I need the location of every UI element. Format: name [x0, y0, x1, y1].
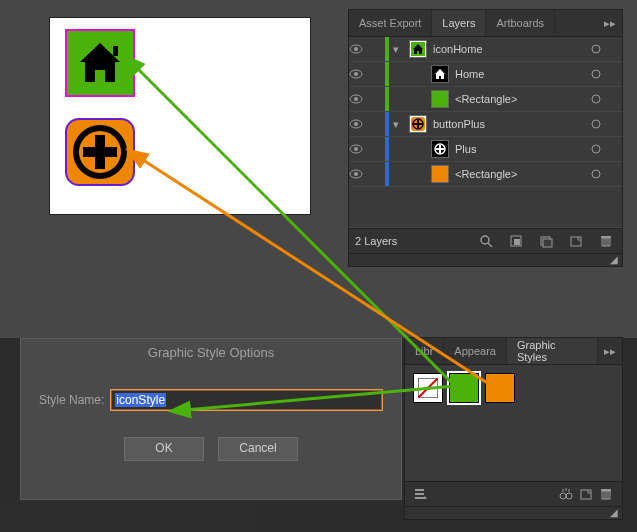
art-iconPlus[interactable] [67, 120, 133, 184]
target-icon[interactable] [590, 93, 612, 105]
styles-swatch-list [405, 365, 622, 481]
ok-button[interactable]: OK [124, 437, 204, 461]
dialog-title: Graphic Style Options [21, 339, 401, 367]
svg-rect-52 [581, 490, 591, 499]
target-icon[interactable] [590, 143, 612, 155]
style-swatch-green[interactable] [449, 373, 479, 403]
visibility-toggle[interactable] [349, 94, 371, 104]
layer-thumbnail[interactable] [431, 165, 449, 183]
layer-row[interactable]: ▾buttonPlus [349, 112, 622, 137]
disclosure-arrow-icon[interactable]: ▾ [389, 43, 403, 56]
layer-thumbnail[interactable] [431, 140, 449, 158]
layer-row[interactable]: <Rectangle> [349, 87, 622, 112]
layer-row[interactable]: Plus [349, 137, 622, 162]
target-icon[interactable] [590, 168, 612, 180]
svg-rect-41 [601, 236, 611, 238]
style-swatch-orange[interactable] [485, 373, 515, 403]
disclosure-arrow-icon[interactable]: ▾ [389, 118, 403, 131]
panel-flyout-icon[interactable]: ▸▸ [598, 17, 622, 30]
svg-point-26 [592, 145, 600, 153]
tab-artboards[interactable]: Artboards [486, 10, 555, 36]
svg-point-48 [566, 493, 572, 499]
svg-point-10 [592, 70, 600, 78]
svg-rect-25 [436, 148, 444, 150]
styles-footer [405, 481, 622, 506]
svg-rect-45 [415, 493, 424, 495]
svg-rect-35 [543, 239, 552, 247]
layer-thumbnail[interactable] [431, 90, 449, 108]
tab-libraries[interactable]: Libr [405, 338, 444, 364]
styles-panel-tabs: Libr Appeara Graphic Styles ▸▸ [405, 338, 622, 365]
delete-layer-icon[interactable] [596, 231, 616, 251]
artboard [50, 18, 310, 214]
svg-point-7 [592, 45, 600, 53]
svg-rect-44 [415, 489, 424, 491]
layer-thumbnail[interactable] [409, 115, 427, 133]
layer-row[interactable]: Home [349, 62, 622, 87]
svg-rect-42 [418, 378, 438, 398]
svg-point-28 [354, 172, 358, 176]
visibility-toggle[interactable] [349, 69, 371, 79]
layers-panel: Asset Export Layers Artboards ▸▸ ▾iconHo… [349, 10, 622, 266]
style-name-input[interactable]: iconStyle [110, 389, 383, 411]
break-link-icon[interactable] [556, 484, 576, 504]
tab-asset-export[interactable]: Asset Export [349, 10, 432, 36]
target-icon[interactable] [590, 118, 612, 130]
svg-rect-19 [414, 123, 422, 125]
make-clip-icon[interactable] [506, 231, 526, 251]
layer-label[interactable]: <Rectangle> [455, 93, 590, 105]
layers-count: 2 Layers [355, 235, 397, 247]
svg-rect-57 [601, 489, 611, 491]
layers-empty-area[interactable] [349, 187, 622, 228]
layer-row[interactable]: <Rectangle> [349, 162, 622, 187]
tab-appearance[interactable]: Appeara [444, 338, 507, 364]
cancel-button[interactable]: Cancel [218, 437, 298, 461]
target-icon[interactable] [590, 43, 612, 55]
visibility-toggle[interactable] [349, 119, 371, 129]
graphic-style-options-dialog: Graphic Style Options Style Name: iconSt… [20, 338, 402, 500]
style-swatch-default[interactable] [413, 373, 443, 403]
tab-graphic-styles[interactable]: Graphic Styles [507, 338, 598, 364]
layer-row[interactable]: ▾iconHome [349, 37, 622, 62]
graphic-styles-panel: Libr Appeara Graphic Styles ▸▸ ◢ [405, 338, 622, 519]
visibility-toggle[interactable] [349, 169, 371, 179]
layers-footer: 2 Layers [349, 228, 622, 253]
svg-point-47 [560, 493, 566, 499]
svg-rect-33 [514, 239, 520, 245]
art-iconHome[interactable] [67, 31, 133, 95]
layer-thumbnail[interactable] [431, 65, 449, 83]
layer-label[interactable]: Plus [455, 143, 590, 155]
layer-label[interactable]: <Rectangle> [455, 168, 590, 180]
svg-point-5 [354, 47, 358, 51]
delete-style-icon[interactable] [596, 484, 616, 504]
new-sublayer-icon[interactable] [536, 231, 556, 251]
layer-label[interactable]: Home [455, 68, 590, 80]
new-style-icon[interactable] [576, 484, 596, 504]
svg-line-31 [488, 243, 492, 247]
visibility-toggle[interactable] [349, 144, 371, 154]
styles-menu-icon[interactable] [411, 484, 431, 504]
visibility-toggle[interactable] [349, 44, 371, 54]
target-icon[interactable] [590, 68, 612, 80]
styles-resize-handle[interactable]: ◢ [405, 506, 622, 519]
tab-layers[interactable]: Layers [432, 10, 486, 36]
style-name-label: Style Name: [39, 393, 104, 407]
layer-label[interactable]: buttonPlus [433, 118, 590, 130]
svg-rect-36 [571, 237, 581, 246]
layers-list: ▾iconHomeHome<Rectangle>▾buttonPlusPlus<… [349, 37, 622, 187]
new-layer-icon[interactable] [566, 231, 586, 251]
style-name-value: iconStyle [115, 393, 166, 407]
locate-object-icon[interactable] [476, 231, 496, 251]
panel-resize-handle[interactable]: ◢ [349, 253, 622, 266]
svg-rect-0 [113, 46, 118, 56]
svg-rect-3 [83, 147, 117, 157]
svg-point-12 [354, 97, 358, 101]
svg-point-15 [354, 122, 358, 126]
svg-point-29 [592, 170, 600, 178]
svg-point-9 [354, 72, 358, 76]
svg-point-22 [354, 147, 358, 151]
styles-flyout-icon[interactable]: ▸▸ [598, 345, 622, 358]
svg-point-20 [592, 120, 600, 128]
layer-thumbnail[interactable] [409, 40, 427, 58]
layer-label[interactable]: iconHome [433, 43, 590, 55]
